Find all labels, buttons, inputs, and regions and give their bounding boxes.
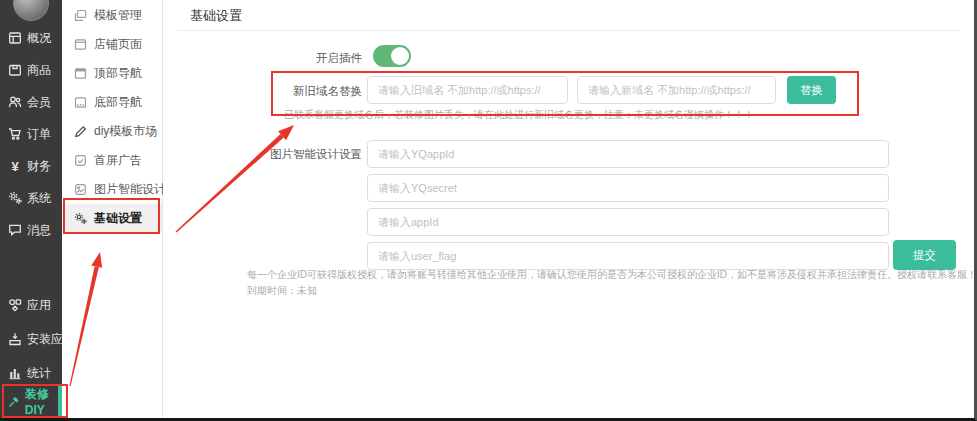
expire-time-text: 到期时间：未知 <box>247 284 317 298</box>
page-title: 基础设置 <box>177 0 960 31</box>
dashboard-icon <box>8 31 22 45</box>
content-panel: 基础设置 开启插件 新旧域名替换 替换 已联系客服更换域名后，若装修图片丢失，请… <box>163 0 974 418</box>
diy-sub-sidebar: 模板管理 店铺页面 顶部导航 底部导航 diy模板市场 首屏广告 <box>62 0 163 418</box>
sidebar-item-apps[interactable]: 应用 <box>0 288 62 322</box>
stats-icon <box>8 366 22 380</box>
sidebar-item-label: 订单 <box>27 126 51 143</box>
apps-icon <box>8 298 22 312</box>
goods-icon <box>8 63 22 77</box>
sidebar-item-label: 商品 <box>27 62 51 79</box>
sidebar-item-members[interactable]: 会员 <box>0 86 62 118</box>
main-sidebar: 概况 商品 会员 订单 ¥ 财务 系统 <box>0 0 62 418</box>
image-ai-design-icon <box>74 183 87 196</box>
subnav-item-shop-page[interactable]: 店铺页面 <box>62 30 162 59</box>
yqsecret-input[interactable] <box>367 174 889 202</box>
yqappid-input[interactable] <box>367 140 889 168</box>
sidebar-item-messages[interactable]: 消息 <box>0 214 62 246</box>
finance-yen-icon: ¥ <box>8 159 22 174</box>
subnav-item-image-ai-design[interactable]: 图片智能设计 <box>62 175 162 204</box>
avatar[interactable] <box>13 0 49 21</box>
subnav-item-bottom-nav[interactable]: 底部导航 <box>62 88 162 117</box>
domain-replace-hint: 已联系客服更换域名后，若装修图片丢失，请在此处进行新旧域名更换，注意：未更换域名… <box>284 108 754 122</box>
sidebar-item-label: 统计 <box>27 365 51 382</box>
top-nav-icon <box>74 67 87 80</box>
sidebar-item-system[interactable]: 系统 <box>0 182 62 214</box>
plugin-toggle-label: 开启插件 <box>167 51 362 66</box>
subnav-item-label: 底部导航 <box>94 94 142 111</box>
subnav-item-label: 首屏广告 <box>94 152 142 169</box>
subnav-item-label: diy模板市场 <box>94 123 157 140</box>
subnav-item-label: 基础设置 <box>94 210 142 227</box>
replace-button[interactable]: 替换 <box>787 76 836 104</box>
subnav-item-label: 图片智能设计 <box>94 181 166 198</box>
bottom-nav-icon <box>74 96 87 109</box>
subnav-item-template-manage[interactable]: 模板管理 <box>62 1 162 30</box>
old-domain-input[interactable] <box>367 76 568 104</box>
sidebar-item-finance[interactable]: ¥ 财务 <box>0 150 62 182</box>
orders-cart-icon <box>8 127 22 141</box>
sidebar-item-diy[interactable]: 装修DIY <box>0 385 62 418</box>
sidebar-item-label: 会员 <box>27 94 51 111</box>
subnav-item-label: 店铺页面 <box>94 36 142 53</box>
subnav-item-label: 模板管理 <box>94 7 142 24</box>
plugin-toggle-switch[interactable] <box>373 45 411 67</box>
message-icon <box>8 223 22 237</box>
main-nav: 概况 商品 会员 订单 ¥ 财务 系统 <box>0 22 62 246</box>
diy-market-pencil-icon <box>74 125 87 138</box>
sidebar-item-label: 财务 <box>27 158 51 175</box>
license-note: 每一个企业ID可获得版权授权，请勿将账号转借给其他企业使用，请确认您使用的是否为… <box>247 268 977 282</box>
image-design-label: 图片智能设计设置 <box>167 147 362 162</box>
submit-button[interactable]: 提交 <box>893 240 956 270</box>
new-domain-input[interactable] <box>577 76 776 104</box>
sidebar-item-label: 概况 <box>27 30 51 47</box>
subnav-item-top-nav[interactable]: 顶部导航 <box>62 59 162 88</box>
sidebar-item-overview[interactable]: 概况 <box>0 22 62 54</box>
subnav-item-diy-market[interactable]: diy模板市场 <box>62 117 162 146</box>
basic-settings-gear-icon <box>74 212 87 225</box>
sidebar-item-label: 应用 <box>27 297 51 314</box>
sidebar-item-goods[interactable]: 商品 <box>0 54 62 86</box>
diy-hammer-icon <box>8 395 20 409</box>
members-icon <box>8 95 22 109</box>
main-nav-bottom: 应用 安装应用 统计 <box>0 288 62 390</box>
subnav-item-basic-settings[interactable]: 基础设置 <box>62 204 162 233</box>
install-app-icon <box>8 332 22 346</box>
appid-input[interactable] <box>367 208 889 236</box>
sidebar-item-orders[interactable]: 订单 <box>0 118 62 150</box>
admin-window: 概况 商品 会员 订单 ¥ 财务 系统 <box>0 0 977 421</box>
sidebar-item-label: 系统 <box>27 190 51 207</box>
sidebar-item-install-apps[interactable]: 安装应用 <box>0 322 62 356</box>
sidebar-item-label: 装修DIY <box>25 386 62 417</box>
subnav-item-label: 顶部导航 <box>94 65 142 82</box>
user-flag-input[interactable] <box>367 242 889 270</box>
system-gear-icon <box>8 191 22 205</box>
diy-sub-nav: 模板管理 店铺页面 顶部导航 底部导航 diy模板市场 首屏广告 <box>62 0 162 233</box>
banner-ad-icon <box>74 154 87 167</box>
shop-page-icon <box>74 38 87 51</box>
subnav-item-banner-ad[interactable]: 首屏广告 <box>62 146 162 175</box>
domain-replace-label: 新旧域名替换 <box>167 84 362 99</box>
sidebar-item-label: 消息 <box>27 222 51 239</box>
template-manage-icon <box>74 9 87 22</box>
